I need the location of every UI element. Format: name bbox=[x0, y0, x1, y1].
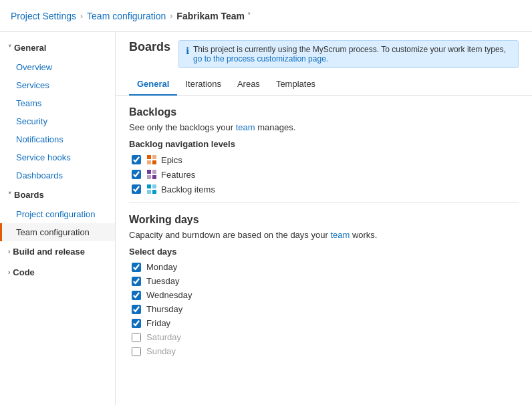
svg-rect-1 bbox=[152, 155, 156, 159]
svg-rect-11 bbox=[152, 190, 156, 194]
content-area: Backlogs See only the backlogs your team… bbox=[116, 96, 532, 371]
sidebar-item-services[interactable]: Services bbox=[0, 76, 115, 94]
tuesday-label[interactable]: Tuesday bbox=[146, 276, 179, 286]
svg-rect-6 bbox=[147, 175, 151, 179]
backlog-item-features: Features bbox=[129, 169, 519, 180]
tab-iterations[interactable]: Iterations bbox=[177, 74, 229, 96]
sunday-label[interactable]: Sunday bbox=[146, 346, 176, 356]
friday-label[interactable]: Friday bbox=[146, 318, 170, 328]
tab-areas[interactable]: Areas bbox=[229, 74, 268, 96]
sidebar-item-dashboards[interactable]: Dashboards bbox=[0, 166, 115, 184]
info-icon: ℹ bbox=[186, 45, 189, 56]
section-divider bbox=[129, 202, 519, 203]
wednesday-checkbox[interactable] bbox=[132, 291, 141, 300]
epics-icon bbox=[146, 154, 157, 165]
backlogs-title: Backlogs bbox=[129, 106, 519, 118]
thursday-label[interactable]: Thursday bbox=[146, 304, 182, 314]
sidebar-section-general[interactable]: ˅ General bbox=[0, 37, 115, 58]
nav-levels-title: Backlog navigation levels bbox=[129, 139, 519, 149]
breadcrumb-dropdown-icon[interactable]: ˅ bbox=[247, 12, 251, 19]
breadcrumb-team-config[interactable]: Team configuration bbox=[87, 11, 166, 21]
boards-title: Boards bbox=[129, 40, 170, 54]
sidebar-item-team-config[interactable]: Team configuration bbox=[0, 223, 115, 241]
day-monday: Monday bbox=[129, 262, 519, 272]
features-icon bbox=[146, 169, 157, 180]
info-banner: ℹ This project is currently using the My… bbox=[178, 40, 519, 68]
sunday-checkbox[interactable] bbox=[132, 347, 141, 356]
svg-rect-9 bbox=[152, 184, 156, 188]
saturday-label[interactable]: Saturday bbox=[146, 332, 181, 342]
day-saturday: Saturday bbox=[129, 332, 519, 342]
backlogs-section: Backlogs See only the backlogs your team… bbox=[129, 106, 519, 194]
svg-rect-4 bbox=[147, 170, 151, 174]
svg-rect-3 bbox=[152, 160, 156, 164]
working-days-description: Capacity and burndown are based on the d… bbox=[129, 230, 519, 240]
day-tuesday: Tuesday bbox=[129, 276, 519, 286]
tabs-bar: General Iterations Areas Templates bbox=[116, 74, 532, 96]
tab-general[interactable]: General bbox=[129, 74, 177, 96]
saturday-checkbox[interactable] bbox=[132, 333, 141, 342]
info-banner-link[interactable]: go to the process customization page. bbox=[193, 54, 328, 63]
breadcrumb-sep-1: › bbox=[80, 11, 83, 21]
day-thursday: Thursday bbox=[129, 304, 519, 314]
svg-rect-10 bbox=[147, 190, 151, 194]
day-sunday: Sunday bbox=[129, 346, 519, 356]
backlog-item-backlog-items: Backlog items bbox=[129, 184, 519, 194]
epics-checkbox[interactable] bbox=[132, 155, 141, 164]
working-days-team-link[interactable]: team bbox=[330, 230, 350, 240]
breadcrumb: Project Settings › Team configuration › … bbox=[0, 0, 532, 32]
tab-templates[interactable]: Templates bbox=[268, 74, 323, 96]
thursday-checkbox[interactable] bbox=[132, 305, 141, 314]
svg-rect-7 bbox=[152, 175, 156, 179]
backlog-items-checkbox[interactable] bbox=[132, 184, 141, 194]
boards-chevron-icon: ˅ bbox=[8, 191, 11, 198]
sidebar-section-boards[interactable]: ˅ Boards bbox=[0, 184, 115, 205]
monday-checkbox[interactable] bbox=[132, 263, 141, 272]
monday-label[interactable]: Monday bbox=[146, 262, 177, 272]
features-label[interactable]: Features bbox=[146, 169, 195, 180]
friday-checkbox[interactable] bbox=[132, 319, 141, 328]
sidebar: ˅ General Overview Services Teams Securi… bbox=[0, 32, 116, 405]
svg-rect-2 bbox=[147, 160, 151, 164]
backlogs-description: See only the backlogs your team manages. bbox=[129, 122, 519, 132]
backlog-items-icon bbox=[146, 184, 157, 194]
code-chevron-icon: › bbox=[8, 269, 10, 276]
general-chevron-icon: ˅ bbox=[8, 44, 11, 51]
boards-header: Boards ℹ This project is currently using… bbox=[116, 32, 532, 68]
info-banner-text: This project is currently using the MySc… bbox=[193, 45, 511, 63]
breadcrumb-project-settings[interactable]: Project Settings bbox=[11, 11, 76, 21]
day-friday: Friday bbox=[129, 318, 519, 328]
breadcrumb-current: Fabrikam Team ˅ bbox=[176, 11, 251, 21]
sidebar-item-security[interactable]: Security bbox=[0, 112, 115, 130]
select-days-title: Select days bbox=[129, 247, 519, 257]
svg-rect-0 bbox=[147, 155, 151, 159]
sidebar-item-overview[interactable]: Overview bbox=[0, 58, 115, 76]
features-checkbox[interactable] bbox=[132, 170, 141, 179]
sidebar-item-service-hooks[interactable]: Service hooks bbox=[0, 148, 115, 166]
svg-rect-5 bbox=[152, 170, 156, 174]
tuesday-checkbox[interactable] bbox=[132, 277, 141, 286]
working-days-title: Working days bbox=[129, 214, 519, 226]
working-days-section: Working days Capacity and burndown are b… bbox=[129, 214, 519, 356]
day-wednesday: Wednesday bbox=[129, 290, 519, 300]
sidebar-section-build-release[interactable]: › Build and release bbox=[0, 241, 115, 262]
sidebar-section-code[interactable]: › Code bbox=[0, 262, 115, 283]
backlogs-team-link[interactable]: team bbox=[236, 122, 255, 132]
sidebar-item-project-config[interactable]: Project configuration bbox=[0, 205, 115, 223]
sidebar-item-notifications[interactable]: Notifications bbox=[0, 130, 115, 148]
main-content: Boards ℹ This project is currently using… bbox=[116, 32, 532, 405]
breadcrumb-sep-2: › bbox=[170, 11, 172, 21]
backlog-item-epics: Epics bbox=[129, 154, 519, 165]
build-release-chevron-icon: › bbox=[8, 248, 10, 255]
sidebar-item-teams[interactable]: Teams bbox=[0, 94, 115, 112]
backlog-items-label[interactable]: Backlog items bbox=[146, 184, 215, 194]
epics-label[interactable]: Epics bbox=[146, 154, 182, 165]
wednesday-label[interactable]: Wednesday bbox=[146, 290, 192, 300]
svg-rect-8 bbox=[147, 184, 151, 188]
